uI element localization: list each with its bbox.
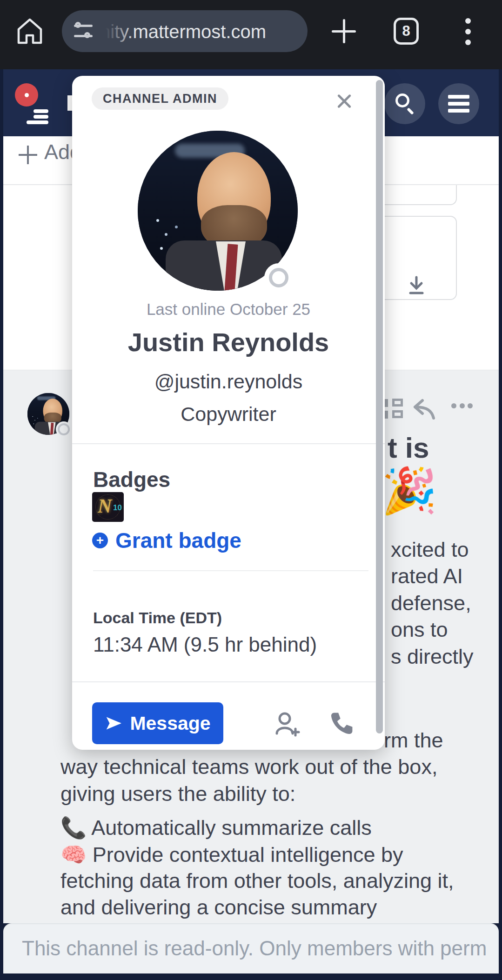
home-icon[interactable] — [16, 17, 44, 47]
search-icon — [395, 93, 409, 107]
section-divider — [72, 443, 385, 444]
profile-position: Copywriter — [72, 403, 385, 426]
badges-title: Badges — [93, 467, 170, 492]
tab-counter[interactable]: 8 — [394, 18, 419, 45]
plus-circle-icon: + — [92, 533, 108, 548]
party-popper-emoji: 🎉 — [382, 465, 437, 517]
profile-name: Justin Reynolds — [72, 327, 385, 357]
url-bar[interactable]: nity.mattermost.com — [62, 10, 308, 52]
phone-icon[interactable] — [329, 710, 355, 736]
badge-glyph: N — [98, 495, 112, 517]
apps-grid-icon[interactable] — [383, 399, 407, 419]
status-indicator-offline — [264, 263, 293, 292]
post-bullet-line: 📞 Automatically summarize calls — [60, 815, 372, 840]
search-button[interactable] — [384, 83, 425, 124]
post-text-fragment: rm the — [384, 728, 443, 753]
url-fade — [98, 15, 135, 47]
role-badge: CHANNEL ADMIN — [92, 87, 228, 110]
add-tab-icon[interactable] — [19, 146, 37, 164]
inset-divider — [93, 570, 368, 571]
post-text-fragment: defense, — [391, 591, 471, 615]
badge-tile[interactable]: N 10 — [92, 492, 124, 522]
post-more-icon[interactable] — [451, 403, 473, 408]
message-button-label: Message — [130, 713, 210, 734]
post-text-fragment: ons to — [391, 618, 448, 642]
app-root: nity.mattermost.com 8 Add — [0, 0, 502, 980]
download-icon[interactable] — [407, 275, 426, 300]
popover-scrollbar[interactable] — [376, 80, 383, 733]
grant-badge-label: Grant badge — [115, 528, 241, 553]
last-online-text: Last online October 25 — [72, 300, 385, 319]
new-tab-icon[interactable] — [332, 19, 356, 43]
post-avatar-status — [56, 421, 72, 437]
reply-icon[interactable] — [411, 398, 438, 422]
post-bullet-line: fetching data from other tools, analyzin… — [60, 869, 454, 893]
grant-badge-link[interactable]: + Grant badge — [92, 528, 241, 553]
profile-username: @justin.reynolds — [72, 370, 385, 393]
post-body-line: way technical teams work out of the box, — [60, 755, 437, 779]
post-text-fragment: xcited to — [391, 538, 469, 562]
channel-menu-button[interactable] — [438, 83, 479, 124]
sidebar-toggle-button[interactable] — [12, 82, 63, 127]
post-bullet-line: 🧠 Provide contextual intelligence by — [60, 842, 403, 867]
post-text-fragment: rated AI — [391, 564, 463, 588]
badge-level: 10 — [113, 503, 122, 513]
post-body-line: giving users the ability to: — [60, 782, 295, 806]
message-button[interactable]: Message — [92, 702, 223, 744]
profile-popover: CHANNEL ADMIN Last online October 25 Jus… — [72, 76, 385, 750]
browser-toolbar: nity.mattermost.com 8 — [0, 0, 502, 69]
post-bullet-line: and delivering a concise summary — [60, 895, 377, 920]
readonly-notice: This channel is read-only. Only members … — [22, 924, 487, 973]
add-person-icon[interactable] — [272, 709, 302, 739]
local-time-value: 11:34 AM (9.5 hr behind) — [93, 633, 317, 656]
unread-badge — [15, 83, 38, 107]
post-heading-fragment: t is — [388, 431, 429, 464]
close-icon[interactable] — [333, 90, 355, 112]
readonly-footer: This channel is read-only. Only members … — [3, 923, 499, 973]
browser-menu-icon[interactable] — [465, 18, 471, 45]
send-icon — [105, 715, 122, 731]
menu-icon — [448, 95, 469, 113]
post-text-fragment: s directly — [391, 645, 474, 669]
local-time-label: Local Time (EDT) — [93, 609, 222, 627]
site-settings-icon[interactable] — [74, 22, 94, 40]
section-divider — [72, 681, 385, 682]
